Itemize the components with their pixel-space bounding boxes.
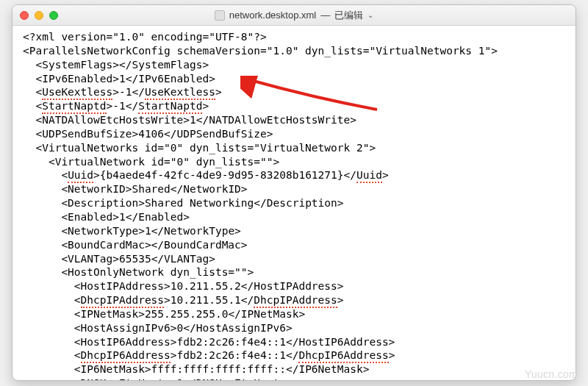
filename: network.desktop.xml xyxy=(229,10,317,21)
close-icon[interactable] xyxy=(20,11,29,20)
editor-window: Mac.orsoon.com network.desktop.xml — 已编辑… xyxy=(12,4,576,381)
traffic-lights xyxy=(20,11,58,20)
zoom-icon[interactable] xyxy=(49,11,58,20)
document-icon xyxy=(215,10,225,21)
watermark-bottom: Yuucn.com xyxy=(525,368,578,380)
minimize-icon[interactable] xyxy=(35,11,43,20)
chevron-down-icon[interactable]: ⌄ xyxy=(368,11,373,19)
titlebar: network.desktop.xml — 已编辑 ⌄ xyxy=(12,5,576,26)
text-editor[interactable]: <?xml version="1.0" encoding="UTF-8"?> <… xyxy=(12,26,576,380)
window-title: network.desktop.xml — 已编辑 ⌄ xyxy=(12,9,576,22)
document-status: 已编辑 xyxy=(334,9,363,22)
